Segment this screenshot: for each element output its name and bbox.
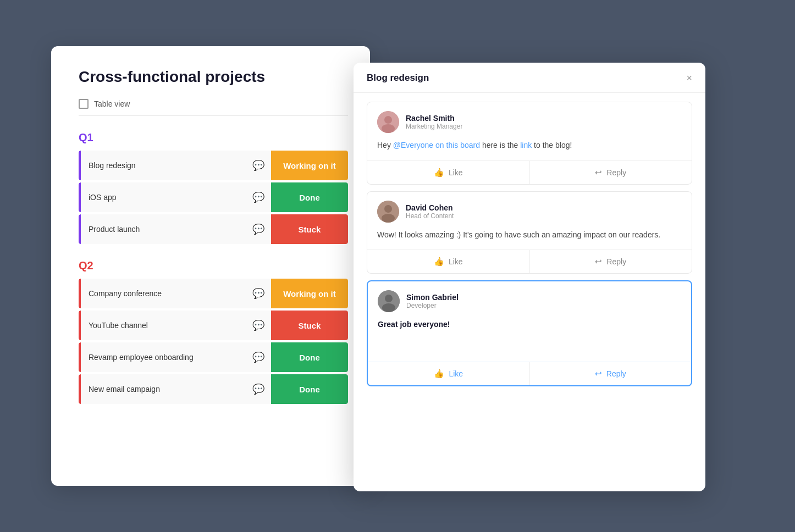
commenter-row: David Cohen Head of Content <box>377 201 682 223</box>
chat-icon[interactable]: 💬 <box>252 351 264 363</box>
comment-card-simon: Simon Gabriel Developer Great job everyo… <box>367 280 692 386</box>
like-icon: 👍 <box>434 168 444 178</box>
status-badge: Working on it <box>271 279 348 308</box>
reply-button[interactable]: ↩ Reply <box>530 362 692 385</box>
like-button[interactable]: 👍 Like <box>367 161 530 184</box>
project-name: Blog redesign <box>81 161 252 170</box>
commenter-info: Simon Gabriel Developer <box>406 293 459 309</box>
commenter-info: David Cohen Head of Content <box>406 203 454 220</box>
like-button[interactable]: 👍 Like <box>368 362 530 385</box>
status-badge: Done <box>271 374 348 404</box>
table-row[interactable]: Blog redesign 💬 Working on it <box>79 151 348 180</box>
table-icon <box>79 99 89 109</box>
svg-point-4 <box>384 205 392 213</box>
blog-redesign-modal: Blog redesign × <box>354 63 705 491</box>
project-name: Product launch <box>81 225 252 234</box>
table-row[interactable]: Revamp employee onboarding 💬 Done <box>79 342 348 372</box>
commenter-info: Rachel Smith Marketing Manager <box>406 114 462 130</box>
modal-title: Blog redesign <box>367 73 429 84</box>
status-badge: Working on it <box>271 151 348 180</box>
reply-label: Reply <box>606 369 626 378</box>
comment-body: Rachel Smith Marketing Manager Hey @Ever… <box>367 102 692 160</box>
chat-icon[interactable]: 💬 <box>252 223 264 235</box>
comment-card-rachel: Rachel Smith Marketing Manager Hey @Ever… <box>367 102 692 185</box>
chat-icon[interactable]: 💬 <box>252 287 264 300</box>
like-button[interactable]: 👍 Like <box>367 250 530 273</box>
table-view-label: Table view <box>94 99 130 108</box>
svg-point-8 <box>382 303 395 312</box>
reply-label: Reply <box>606 168 626 177</box>
avatar-david <box>377 201 399 223</box>
reply-icon: ↩ <box>595 257 602 267</box>
commenter-role: Head of Content <box>406 212 454 220</box>
table-row[interactable]: iOS app 💬 Done <box>79 182 348 212</box>
q2-label: Q2 <box>79 259 348 272</box>
like-icon: 👍 <box>434 257 444 267</box>
table-row[interactable]: Product launch 💬 Stuck <box>79 214 348 244</box>
close-button[interactable]: × <box>686 73 692 83</box>
comment-text: Hey @Everyone on this board here is the … <box>377 140 682 152</box>
svg-point-2 <box>382 124 395 133</box>
status-badge: Stuck <box>271 311 348 340</box>
like-label: Like <box>449 257 463 266</box>
avatar-simon <box>378 290 400 312</box>
project-name: iOS app <box>81 193 252 202</box>
avatar-rachel <box>377 111 399 133</box>
comment-actions: 👍 Like ↩ Reply <box>368 362 691 385</box>
reply-icon: ↩ <box>595 168 602 178</box>
project-name: YouTube channel <box>81 321 252 330</box>
chat-icon[interactable]: 💬 <box>252 319 264 331</box>
like-label: Like <box>449 369 463 378</box>
chat-icon[interactable]: 💬 <box>252 383 264 395</box>
comment-actions: 👍 Like ↩ Reply <box>367 250 692 273</box>
comment-text: Great job everyone! <box>378 319 681 331</box>
project-name: Revamp employee onboarding <box>81 353 252 362</box>
project-name: Company conference <box>81 289 252 298</box>
project-name: New email campaign <box>81 385 252 394</box>
table-view-row[interactable]: Table view <box>79 99 348 116</box>
page-title: Cross-functional projects <box>79 68 348 86</box>
svg-point-1 <box>384 116 392 124</box>
svg-point-7 <box>385 295 393 302</box>
chat-icon[interactable]: 💬 <box>252 159 264 171</box>
comment-text: Wow! It looks amazing :) It's going to h… <box>377 229 682 241</box>
status-badge: Done <box>271 182 348 212</box>
comment-body: Simon Gabriel Developer Great job everyo… <box>368 281 691 362</box>
comment-card-david: David Cohen Head of Content Wow! It look… <box>367 191 692 274</box>
commenter-role: Marketing Manager <box>406 123 462 130</box>
commenter-name: Simon Gabriel <box>406 293 459 302</box>
status-badge: Done <box>271 342 348 372</box>
commenter-name: David Cohen <box>406 203 454 212</box>
like-icon: 👍 <box>434 369 444 379</box>
mention: @Everyone on this board <box>393 141 480 149</box>
table-row[interactable]: YouTube channel 💬 Stuck <box>79 311 348 340</box>
chat-icon[interactable]: 💬 <box>252 191 264 203</box>
commenter-row: Rachel Smith Marketing Manager <box>377 111 682 133</box>
like-label: Like <box>449 168 463 177</box>
q2-projects: Company conference 💬 Working on it YouTu… <box>79 279 348 404</box>
table-row[interactable]: Company conference 💬 Working on it <box>79 279 348 308</box>
comment-bold: Great job everyone! <box>378 320 450 329</box>
comment-actions: 👍 Like ↩ Reply <box>367 160 692 184</box>
comments-area: Rachel Smith Marketing Manager Hey @Ever… <box>354 93 705 491</box>
link[interactable]: link <box>520 141 532 149</box>
q1-label: Q1 <box>79 131 348 144</box>
comment-body: David Cohen Head of Content Wow! It look… <box>367 192 692 250</box>
reply-button[interactable]: ↩ Reply <box>530 250 692 273</box>
reply-icon: ↩ <box>595 369 602 379</box>
commenter-row: Simon Gabriel Developer <box>378 290 681 312</box>
svg-point-5 <box>382 214 395 223</box>
commenter-role: Developer <box>406 302 459 309</box>
left-panel: Cross-functional projects Table view Q1 … <box>51 46 370 486</box>
commenter-name: Rachel Smith <box>406 114 462 123</box>
modal-header: Blog redesign × <box>354 63 705 93</box>
table-row[interactable]: New email campaign 💬 Done <box>79 374 348 404</box>
q1-projects: Blog redesign 💬 Working on it iOS app 💬 … <box>79 151 348 244</box>
status-badge: Stuck <box>271 214 348 244</box>
reply-label: Reply <box>606 257 626 266</box>
reply-button[interactable]: ↩ Reply <box>530 161 692 184</box>
